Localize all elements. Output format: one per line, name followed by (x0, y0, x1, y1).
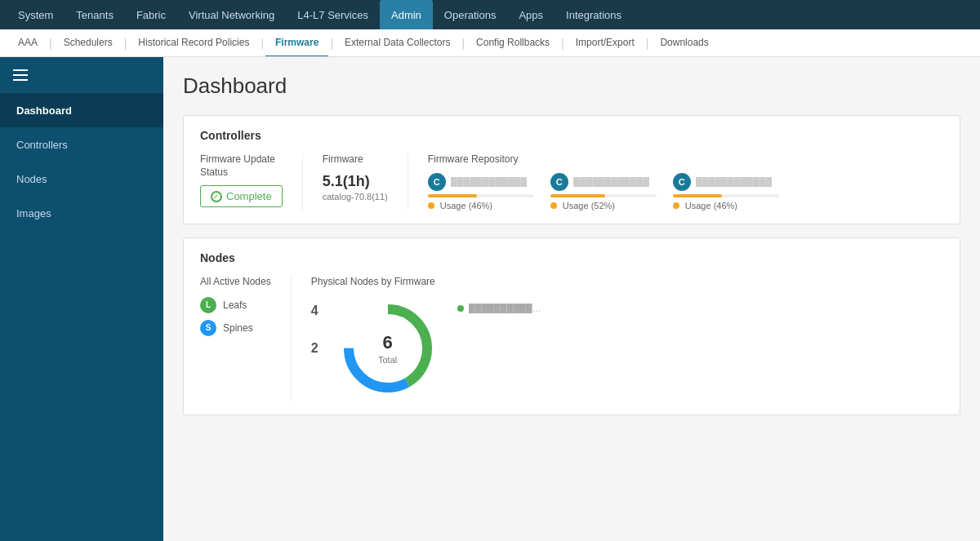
repo-avatar-2: C (550, 173, 568, 191)
sidebar-item-nodes[interactable]: Nodes (0, 162, 163, 196)
subnav-schedulers[interactable]: Schedulers (54, 29, 122, 57)
nodes-card: Nodes All Active Nodes L Leafs S Spines (183, 237, 960, 415)
repo-bar-container-1 (428, 194, 534, 197)
page-title: Dashboard (183, 73, 960, 99)
usage-text-3: Usage (46%) (685, 201, 737, 211)
donut-area: 4 2 6 (311, 295, 924, 401)
main-content: Dashboard Controllers Firmware UpdateSta… (163, 57, 980, 541)
donut-legend: ████████████ (457, 295, 542, 313)
sidebar-toggle[interactable] (0, 57, 163, 93)
all-active-nodes-col: All Active Nodes L Leafs S Spines (200, 276, 292, 401)
repo-items: C ████████████ Usage (46%) (428, 173, 924, 211)
spine-count: 2 (311, 341, 318, 356)
subnav-external[interactable]: External Data Collectors (335, 29, 460, 57)
repo-usage-2: Usage (52%) (550, 201, 657, 211)
spines-legend: S Spines (200, 320, 271, 336)
firmware-catalog: catalog-70.8(11) (323, 192, 388, 202)
nav-tenants[interactable]: Tenants (65, 0, 125, 29)
controllers-section-title: Controllers (200, 129, 943, 142)
controllers-row: Firmware UpdateStatus ✓ Complete Firmwar… (200, 153, 943, 211)
sep-2: | (124, 37, 127, 50)
spines-label: Spines (223, 322, 253, 334)
repo-usage-3: Usage (46%) (673, 201, 779, 211)
nav-operations[interactable]: Operations (433, 0, 508, 29)
subnav-historical[interactable]: Historical Record Policies (128, 29, 259, 57)
repo-bar-1 (428, 194, 477, 197)
repo-bar-3 (673, 194, 722, 197)
nodes-row: All Active Nodes L Leafs S Spines Physic… (200, 276, 943, 401)
repo-item-1: C ████████████ Usage (46%) (428, 173, 534, 211)
repo-usage-1: Usage (46%) (428, 201, 534, 211)
sep-1: | (49, 37, 52, 50)
nav-virtual-networking[interactable]: Virtual Networking (177, 0, 286, 29)
nav-fabric[interactable]: Fabric (125, 0, 177, 29)
subnav-aaa[interactable]: AAA (8, 29, 47, 57)
donut-total-number: 6 (378, 331, 397, 353)
donut-numbers: 4 2 (311, 295, 318, 356)
sidebar: Dashboard Controllers Nodes Images (0, 57, 163, 541)
nav-l4l7[interactable]: L4-L7 Services (286, 0, 380, 29)
repo-avatar-1: C (428, 173, 446, 191)
firmware-update-status-col: Firmware UpdateStatus ✓ Complete (200, 153, 303, 211)
complete-badge[interactable]: ✓ Complete (200, 185, 283, 207)
repo-item-3-header: C ████████████ (673, 173, 779, 191)
sep-7: | (646, 37, 649, 50)
repo-bar-container-3 (673, 194, 779, 197)
nav-system[interactable]: System (7, 0, 65, 29)
controllers-card: Controllers Firmware UpdateStatus ✓ Comp… (183, 115, 960, 224)
sep-6: | (561, 37, 564, 50)
firmware-repository-col: Firmware Repository C ████████████ (428, 153, 943, 211)
firmware-update-label: Firmware UpdateStatus (200, 153, 283, 179)
nav-admin[interactable]: Admin (380, 0, 433, 29)
main-layout: Dashboard Controllers Nodes Images Dashb… (0, 57, 980, 541)
sep-4: | (330, 37, 333, 50)
sidebar-item-controllers[interactable]: Controllers (0, 127, 163, 162)
subnav-firmware[interactable]: Firmware (265, 29, 328, 57)
physical-nodes-col: Physical Nodes by Firmware 4 2 (311, 276, 943, 401)
repo-item-3: C ████████████ Usage (46%) (673, 173, 779, 211)
usage-dot-3 (673, 202, 679, 209)
repo-bar-2 (550, 194, 606, 197)
legend-firmware-name: ████████████ (469, 304, 542, 313)
physical-nodes-label: Physical Nodes by Firmware (311, 276, 924, 287)
usage-text-1: Usage (46%) (440, 201, 492, 211)
leafs-legend: L Leafs (200, 297, 271, 313)
firmware-version: 5.1(1h) (323, 173, 388, 190)
legend-dot-green (457, 305, 464, 312)
donut-legend-item: ████████████ (457, 304, 542, 313)
donut-center: 6 Total (378, 331, 397, 365)
usage-text-2: Usage (52%) (563, 201, 615, 211)
nav-apps[interactable]: Apps (507, 0, 555, 29)
hamburger-icon (13, 69, 28, 81)
sidebar-item-images[interactable]: Images (0, 196, 163, 230)
complete-text: Complete (226, 190, 272, 202)
repo-avatar-3: C (673, 173, 691, 191)
subnav-downloads[interactable]: Downloads (650, 29, 718, 57)
firmware-repo-label: Firmware Repository (428, 153, 924, 166)
top-navigation: System Tenants Fabric Virtual Networking… (0, 0, 980, 29)
sub-navigation: AAA | Schedulers | Historical Record Pol… (0, 29, 980, 57)
leafs-dot: L (200, 297, 216, 313)
repo-item-2: C ████████████ Usage (52%) (550, 173, 657, 211)
repo-item-1-header: C ████████████ (428, 173, 534, 191)
nodes-section-title: Nodes (200, 251, 943, 264)
leaf-count: 4 (311, 304, 318, 318)
leafs-label: Leafs (223, 299, 247, 311)
check-circle-icon: ✓ (211, 191, 222, 202)
usage-dot-2 (550, 202, 557, 209)
donut-total-label: Total (378, 354, 397, 364)
sep-3: | (261, 37, 264, 50)
firmware-col: Firmware 5.1(1h) catalog-70.8(11) (323, 153, 408, 211)
repo-name-2: ████████████ (573, 177, 650, 187)
sidebar-item-dashboard[interactable]: Dashboard (0, 93, 163, 127)
spines-dot: S (200, 320, 216, 336)
usage-dot-1 (428, 202, 434, 209)
firmware-label: Firmware (323, 153, 388, 166)
repo-name-3: ████████████ (696, 177, 773, 187)
nav-integrations[interactable]: Integrations (555, 0, 633, 29)
subnav-import-export[interactable]: Import/Export (566, 29, 644, 57)
sep-5: | (461, 37, 465, 50)
subnav-config-rollbacks[interactable]: Config Rollbacks (466, 29, 559, 57)
donut-chart: 6 Total (335, 295, 441, 401)
repo-name-1: ████████████ (451, 177, 528, 187)
